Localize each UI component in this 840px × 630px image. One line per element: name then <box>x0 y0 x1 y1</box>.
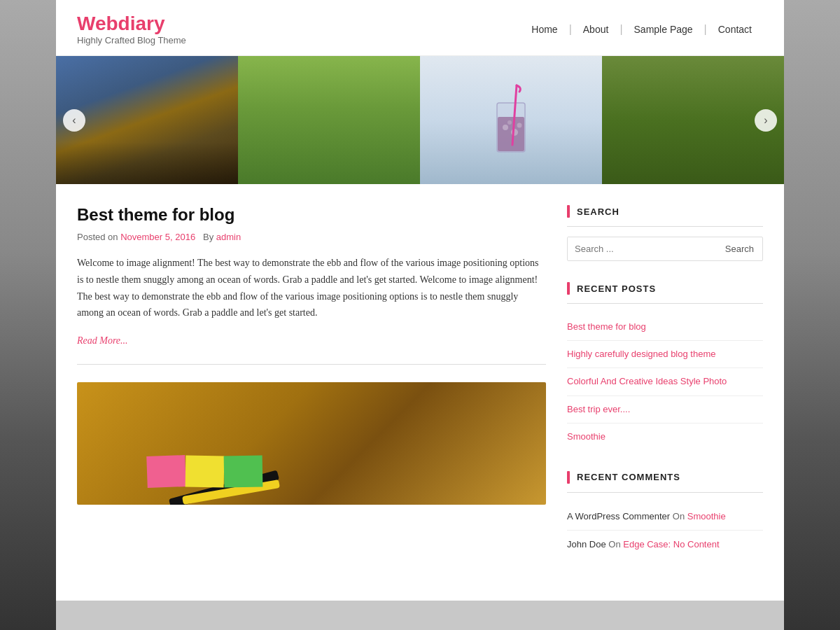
recent-post-link-2[interactable]: Highly carefully designed blog theme <box>567 349 715 359</box>
recent-post-link-5[interactable]: Smoothie <box>567 431 606 442</box>
recent-post-item-1: Best theme for blog <box>567 314 763 341</box>
svg-point-4 <box>507 120 512 125</box>
comment-1-post-link[interactable]: Smoothie <box>687 511 726 522</box>
recent-post-item-3: Colorful And Creative Ideas Style Photo <box>567 368 763 396</box>
nav-about[interactable]: About <box>572 24 620 35</box>
drink-svg <box>490 82 532 159</box>
recent-post-link-3[interactable]: Colorful And Creative Ideas Style Photo <box>567 376 727 386</box>
comment-2-on: On <box>608 539 623 550</box>
sticky-note-yellow <box>186 456 225 488</box>
article-1-title: Best theme for blog <box>77 205 546 225</box>
search-form: Search <box>567 237 763 261</box>
by-label: By <box>203 232 214 242</box>
svg-point-5 <box>517 122 522 127</box>
recent-comment-item-1: A WordPress Commenter On Smoothie <box>567 503 763 531</box>
chevron-left-icon: ‹ <box>72 114 76 127</box>
recent-posts-title: RECENT POSTS <box>567 282 763 304</box>
recent-comments-list: A WordPress Commenter On Smoothie John D… <box>567 503 763 559</box>
slider-prev-button[interactable]: ‹ <box>63 109 85 132</box>
recent-posts-widget: RECENT POSTS Best theme for blog Highly … <box>567 282 763 450</box>
comment-2-post-link[interactable]: Edge Case: No Content <box>623 539 719 550</box>
sticky-note-green <box>224 456 263 488</box>
article-1-date[interactable]: November 5, 2016 <box>120 232 195 242</box>
article-1-body: Welcome to image alignment! The best way… <box>77 255 546 321</box>
recent-post-item-2: Highly carefully designed blog theme <box>567 341 763 368</box>
sidebar: SEARCH Search RECENT POSTS Best theme fo… <box>567 205 763 580</box>
recent-post-item-5: Smoothie <box>567 424 763 450</box>
article-1-meta: Posted on November 5, 2016 By admin <box>77 232 546 242</box>
comment-2-author: John Doe <box>567 539 606 550</box>
search-widget-title: SEARCH <box>567 205 763 227</box>
recent-comment-item-2: John Doe On Edge Case: No Content <box>567 531 763 559</box>
content-area: Best theme for blog Posted on November 5… <box>56 184 784 601</box>
site-title[interactable]: Webdiary <box>77 13 165 34</box>
main-content: Best theme for blog Posted on November 5… <box>77 205 546 580</box>
article-divider <box>77 364 546 365</box>
search-button[interactable]: Search <box>717 237 762 260</box>
page-wrapper: Webdiary Highly Crafted Blog Theme Home … <box>56 0 784 601</box>
recent-posts-list: Best theme for blog Highly carefully des… <box>567 314 763 450</box>
slide-girl-image <box>238 56 420 184</box>
read-more-link[interactable]: Read More... <box>77 335 128 346</box>
article-2 <box>77 382 546 505</box>
nav-sample[interactable]: Sample Page <box>623 24 704 35</box>
site-tagline: Highly Crafted Blog Theme <box>77 35 186 46</box>
hero-slider: ‹ › <box>56 56 784 184</box>
sticky-note-pink <box>146 455 186 488</box>
search-input[interactable] <box>568 237 717 260</box>
article-2-image <box>77 382 546 505</box>
recent-post-link-1[interactable]: Best theme for blog <box>567 321 646 332</box>
site-header: Webdiary Highly Crafted Blog Theme Home … <box>56 0 784 56</box>
article-1-author[interactable]: admin <box>216 232 241 242</box>
svg-point-2 <box>503 125 508 130</box>
nav-contact[interactable]: Contact <box>707 24 763 35</box>
recent-comments-title: RECENT COMMENTS <box>567 471 763 493</box>
article-1: Best theme for blog Posted on November 5… <box>77 205 546 346</box>
site-branding: Webdiary Highly Crafted Blog Theme <box>77 13 186 46</box>
search-widget: SEARCH Search <box>567 205 763 261</box>
main-nav: Home | About | Sample Page | Contact <box>520 23 763 36</box>
recent-post-link-4[interactable]: Best trip ever.... <box>567 404 630 414</box>
comment-1-on: On <box>673 511 687 522</box>
slider-image-2 <box>238 56 420 184</box>
recent-comments-widget: RECENT COMMENTS A WordPress Commenter On… <box>567 471 763 559</box>
chevron-right-icon: › <box>764 114 767 127</box>
slider-image-3 <box>420 56 602 184</box>
slider-images <box>56 56 784 184</box>
nav-home[interactable]: Home <box>520 24 568 35</box>
slide-drink-image <box>420 56 602 184</box>
comment-1-author: A WordPress Commenter <box>567 511 670 522</box>
posted-on-label: Posted on <box>77 232 118 242</box>
recent-post-item-4: Best trip ever.... <box>567 396 763 424</box>
slider-next-button[interactable]: › <box>755 109 777 132</box>
